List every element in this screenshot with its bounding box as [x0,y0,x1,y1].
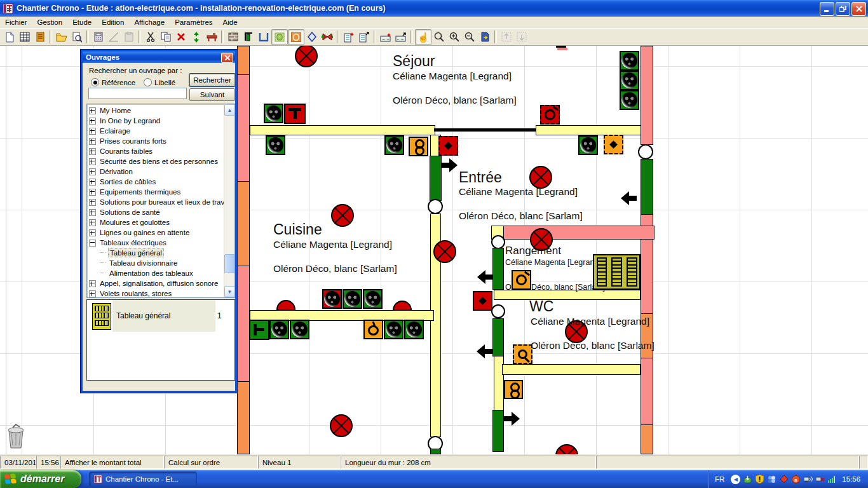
heating-outlet-symbol[interactable] [540,105,560,125]
level-down-button[interactable] [514,30,529,44]
power-socket-symbol[interactable] [269,320,289,339]
tree-item-eclairage[interactable]: Eclairage [87,126,223,136]
delete-button[interactable] [173,30,189,44]
expand-icon[interactable] [89,189,96,196]
status-calc[interactable]: Calcul sur ordre [164,456,258,469]
expand-icon[interactable] [89,280,96,287]
expand-icon[interactable] [89,219,96,226]
tree-item-sorties-cables[interactable]: Sorties de câbles [87,177,223,187]
window-frame-button[interactable] [256,30,271,44]
control-symbol[interactable] [513,344,532,364]
dialog-close-button[interactable] [221,53,233,63]
tree-item-volets[interactable]: Volets roulants, stores [87,288,223,298]
power-socket-symbol[interactable] [266,135,285,155]
suivant-button[interactable]: Suivant [189,88,235,101]
power-socket-symbol[interactable] [620,51,639,71]
tableau-general-symbol[interactable] [593,254,641,290]
tree-item-tableaux[interactable]: Tableaux électriques [87,238,223,248]
furniture-button[interactable] [204,30,219,44]
diamond-symbol-button[interactable] [304,30,320,44]
security-warning-shield[interactable] [755,475,764,484]
ceiling-light-symbol[interactable] [295,46,318,67]
tree-item-bureaux[interactable]: Solutions pour bureaux et lieux de trava… [87,197,223,207]
zoom-in-button[interactable] [447,30,462,44]
door-button[interactable] [241,30,256,44]
new-document-button[interactable] [2,30,17,44]
door-leaf[interactable] [430,156,442,201]
power-socket-symbol[interactable] [404,320,424,339]
power-socket-symbol[interactable] [322,289,342,309]
zoom-out-button[interactable] [462,30,477,44]
cable-outlet-symbol[interactable] [438,136,458,156]
move-vertical-button[interactable] [189,30,204,44]
board-new-button[interactable] [378,30,393,44]
tree-item-in-one[interactable]: In One by Legrand [87,116,223,126]
board-open-button[interactable] [393,30,409,44]
minimize-button[interactable] [820,2,834,16]
radiator-button[interactable] [320,30,335,44]
search-input[interactable] [88,88,187,99]
tableau-new-button[interactable] [341,30,356,44]
dialog-title-bar[interactable]: Ouvrages [83,51,235,63]
ceiling-light-symbol[interactable] [555,444,578,454]
network-activity-icon[interactable] [803,475,813,484]
close-button[interactable] [851,2,866,16]
expand-icon[interactable] [89,107,96,114]
zoom-button[interactable] [431,30,447,44]
menu-parametres[interactable]: Paramètres [170,17,217,27]
hide-icons-chevron[interactable]: ◀ [731,475,740,484]
rechercher-button[interactable]: Rechercher [189,74,235,86]
scroll-thumb[interactable] [224,254,235,273]
tree-item-tableau-divisionnaire[interactable]: Tableau divisionnaire [87,258,223,268]
restore-button[interactable] [836,2,850,16]
power-socket-symbol[interactable] [384,135,404,155]
tree-item-tableau-general[interactable]: Tableau général [87,248,223,258]
control-symbol[interactable] [363,320,383,339]
ceiling-light-symbol[interactable] [330,414,353,437]
cable-outlet-symbol[interactable] [604,135,623,154]
expand-icon[interactable] [89,199,96,206]
wall-light-symbol[interactable] [393,301,412,310]
expand-icon[interactable] [89,118,96,125]
tree-item-moulures[interactable]: Moulures et goulottes [87,217,223,227]
door-leaf[interactable] [492,410,504,452]
antivirus-icon[interactable]: a [791,475,801,484]
status-amount[interactable]: Afficher le montant total [60,456,164,469]
tree-item-appel[interactable]: Appel, signalisation, diffusion sonore [87,278,223,288]
cut-button[interactable] [143,30,158,44]
updater-icon[interactable] [743,475,752,484]
scroll-up-button[interactable]: ▲ [224,104,235,116]
menu-affichage[interactable]: Affichage [129,17,170,27]
expand-icon[interactable] [89,179,96,186]
scroll-down-button[interactable]: ▼ [224,286,235,297]
switch-symbol[interactable] [249,320,269,340]
power-socket-symbol[interactable] [264,104,283,123]
start-button[interactable]: démarrer [0,470,81,488]
level-up-button[interactable] [499,30,514,44]
menu-gestion[interactable]: Gestion [32,17,68,27]
red-status-icon[interactable] [779,475,789,484]
power-socket-symbol[interactable] [384,320,403,339]
tree-item-securite[interactable]: Sécurité des biens et des personnes [87,156,223,166]
door-leaf[interactable] [641,159,653,215]
expand-icon[interactable] [89,209,96,216]
tree-item-sante[interactable]: Solutions de santé [87,207,223,217]
ceiling-light-symbol[interactable] [331,204,354,227]
network-disconnected-icon[interactable] [815,475,825,484]
power-socket-symbol[interactable] [290,320,309,339]
tree-item-derivation[interactable]: Dérivation [87,166,223,177]
open-folder-button[interactable] [54,30,69,44]
door-leaf[interactable] [492,318,504,356]
switch-symbol[interactable] [284,104,306,124]
opening-button[interactable] [271,29,288,45]
power-socket-symbol[interactable] [363,289,383,309]
power-socket-symbol[interactable] [620,90,639,110]
language-indicator[interactable]: FR [715,475,724,483]
tree-item-alimentation[interactable]: Alimentation des tableaux [87,268,223,278]
door-leaf[interactable] [492,248,504,290]
door-leaf[interactable] [430,449,441,454]
collapse-icon[interactable] [89,240,96,247]
tree-item-courants-faibles[interactable]: Courants faibles [87,146,223,156]
menu-fichier[interactable]: Fichier [0,17,32,27]
oval-symbol-button[interactable] [288,29,304,45]
